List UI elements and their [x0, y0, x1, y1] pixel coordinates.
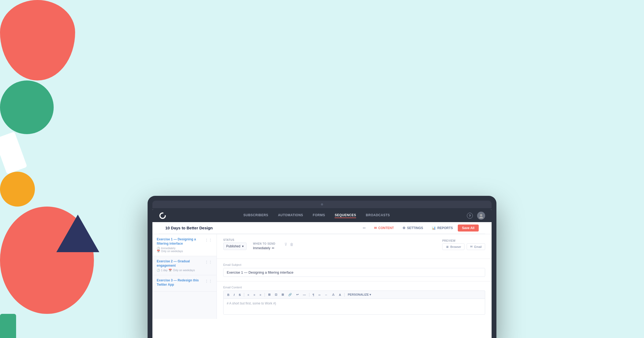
decorative-navy-triangle — [56, 215, 99, 252]
table-btn[interactable]: ⊞ — [280, 292, 285, 297]
browser-icon: 🖥 — [446, 245, 449, 248]
calendar-icon: 📅 — [157, 250, 160, 253]
app-toolbar: 10 Days to Better Design ✏ ✉ CONTENT ⚙ S… — [159, 222, 485, 234]
laptop-screen: SUBSCRIBERS AUTOMATIONS FORMS SEQUENCES … — [152, 209, 492, 338]
ol-btn[interactable]: ≡ — [253, 293, 256, 297]
settings-btn-label: SETTINGS — [407, 226, 423, 230]
toolbar-actions: ✉ CONTENT ⚙ SETTINGS 📊 REPORTS Save All — [370, 225, 479, 232]
browser-btn-label: Browser — [450, 245, 461, 248]
status-value: Published — [226, 244, 240, 248]
sidebar-item-3[interactable]: Exercise 3 — Redesign this Twitter App ⋮… — [152, 275, 217, 291]
sidebar-item-2[interactable]: Exercise 2 — Gradual engagement 🕐 1 day … — [152, 256, 217, 275]
editor-divider-1 — [244, 293, 244, 297]
email-content-section: Email Content B I S ≡ ≡ ≡ ⊞ ⊡ ⊞ — [217, 281, 492, 319]
decorative-red-left — [0, 0, 75, 80]
sidebar-item-1-content: Exercise 1 — Designing a filtering inter… — [157, 237, 203, 253]
status-when-section: STATUS Published ▾ WHEN TO SEND Immediat… — [217, 234, 492, 259]
nav-automations[interactable]: AUTOMATIONS — [278, 213, 303, 218]
clock-icon-2: 🕐 — [157, 269, 160, 272]
sidebar-item-1-days: 📅 Only on weekdays — [157, 250, 203, 253]
color-btn[interactable]: A — [338, 293, 342, 297]
delete-icon[interactable]: 🗑 — [290, 242, 294, 247]
ul-btn[interactable]: ≡ — [246, 293, 250, 297]
settings-button[interactable]: ⚙ SETTINGS — [399, 225, 427, 232]
email-icon: ✉ — [374, 226, 377, 230]
personalize-btn[interactable]: PERSONALIZE ▾ — [347, 292, 372, 297]
decorative-green-circle — [0, 80, 54, 134]
nav-broadcasts[interactable]: BROADCASTS — [366, 213, 390, 218]
drag-handle-1[interactable]: ⋮⋮ — [205, 238, 212, 242]
file-btn[interactable]: ⊡ — [274, 292, 278, 297]
sidebar-item-1-meta: 🕐 Immediately — [157, 247, 203, 250]
decorative-white-parallelogram — [0, 132, 27, 174]
sidebar-item-1-days-label: Only on weekdays — [161, 250, 183, 253]
sidebar-item-1-title: Exercise 1 — Designing a filtering inter… — [157, 237, 203, 246]
hr-btn[interactable]: — — [302, 293, 307, 297]
nav-subscribers[interactable]: SUBSCRIBERS — [243, 213, 268, 218]
app-main: Exercise 1 — Designing a filtering inter… — [152, 234, 492, 319]
strikethrough-btn[interactable]: S — [238, 293, 242, 297]
drag-handle-2[interactable]: ⋮⋮ — [205, 260, 212, 264]
undo-btn[interactable]: ↩ — [295, 292, 300, 297]
when-input[interactable]: Immediately ✏ — [253, 246, 276, 250]
code-btn[interactable]: ‹› — [317, 293, 321, 297]
sidebar-item-2-days-label: Only on weekdays — [173, 269, 195, 272]
editor-toolbar: B I S ≡ ≡ ≡ ⊞ ⊡ ⊞ 🔗 ↩ — [223, 291, 485, 299]
paragraph-btn[interactable]: ¶ — [312, 293, 315, 297]
indent-btn[interactable]: ≡ — [258, 293, 262, 297]
content-button[interactable]: ✉ CONTENT — [370, 225, 398, 232]
sidebar-item-3-content: Exercise 3 — Redesign this Twitter App — [157, 278, 203, 288]
status-field: STATUS Published ▾ — [223, 238, 247, 250]
filter-icon[interactable]: ⊽ — [284, 242, 287, 247]
drag-handle-3[interactable]: ⋮⋮ — [205, 279, 212, 283]
action-icons: ⊽ 🗑 — [284, 242, 294, 247]
sidebar: Exercise 1 — Designing a filtering inter… — [152, 234, 217, 319]
nav-right: ? — [467, 212, 485, 220]
edit-when-icon[interactable]: ✏ — [272, 246, 275, 250]
editor-area[interactable]: # A short but first, some to Work #) — [223, 299, 485, 315]
laptop-camera-bar — [152, 201, 492, 208]
bold-btn[interactable]: B — [226, 293, 230, 297]
when-value: Immediately — [253, 246, 270, 250]
save-all-button[interactable]: Save All — [458, 225, 479, 232]
embed-btn[interactable]: ↔ — [324, 293, 329, 297]
image-btn[interactable]: ⊞ — [267, 292, 272, 297]
email-preview-btn[interactable]: ✉ Email — [467, 243, 485, 250]
svg-point-3 — [479, 217, 483, 218]
email-btn-label: Email — [474, 245, 482, 248]
svg-point-2 — [480, 214, 482, 216]
app-nav: SUBSCRIBERS AUTOMATIONS FORMS SEQUENCES … — [152, 209, 492, 222]
reports-btn-label: REPORTS — [437, 226, 453, 230]
email-preview-icon: ✉ — [470, 245, 473, 248]
link-btn[interactable]: 🔗 — [287, 292, 293, 297]
italic-btn[interactable]: I — [233, 293, 236, 297]
field-row: STATUS Published ▾ WHEN TO SEND Immediat… — [223, 238, 485, 250]
editor-divider-4 — [344, 293, 345, 297]
sidebar-item-1-timing: Immediately — [161, 247, 175, 250]
user-avatar[interactable] — [477, 212, 485, 220]
when-field: WHEN TO SEND Immediately ✏ — [253, 242, 276, 250]
edit-icon[interactable]: ✏ — [363, 226, 366, 230]
chart-icon: 📊 — [432, 226, 436, 230]
subject-input[interactable] — [223, 268, 485, 277]
browser-preview-btn[interactable]: 🖥 Browser — [442, 243, 464, 250]
content-label: Email Content — [223, 286, 485, 289]
sidebar-item-2-meta: 🕐 1 day 📅 Only on weekdays — [157, 269, 203, 272]
sidebar-item-2-timing: 1 day — [161, 269, 167, 272]
nav-sequences[interactable]: SEQUENCES — [335, 213, 356, 218]
status-label: STATUS — [223, 238, 247, 241]
preview-section: PREVIEW 🖥 Browser ✉ Email — [442, 239, 485, 250]
help-button[interactable]: ? — [467, 213, 473, 219]
nav-logo-icon — [159, 212, 166, 219]
subject-label: Email Subject — [223, 263, 485, 266]
calendar-icon-2: 📅 — [169, 269, 172, 272]
reports-button[interactable]: 📊 REPORTS — [428, 225, 457, 232]
decorative-green-rect — [0, 314, 16, 338]
status-select[interactable]: Published ▾ — [223, 243, 247, 250]
warning-btn[interactable]: ⚠ — [331, 292, 336, 297]
sidebar-item-1[interactable]: Exercise 1 — Designing a filtering inter… — [152, 234, 217, 256]
laptop-camera — [321, 203, 323, 205]
svg-point-1 — [160, 213, 165, 218]
nav-forms[interactable]: FORMS — [313, 213, 325, 218]
decorative-orange-circle — [0, 172, 35, 207]
